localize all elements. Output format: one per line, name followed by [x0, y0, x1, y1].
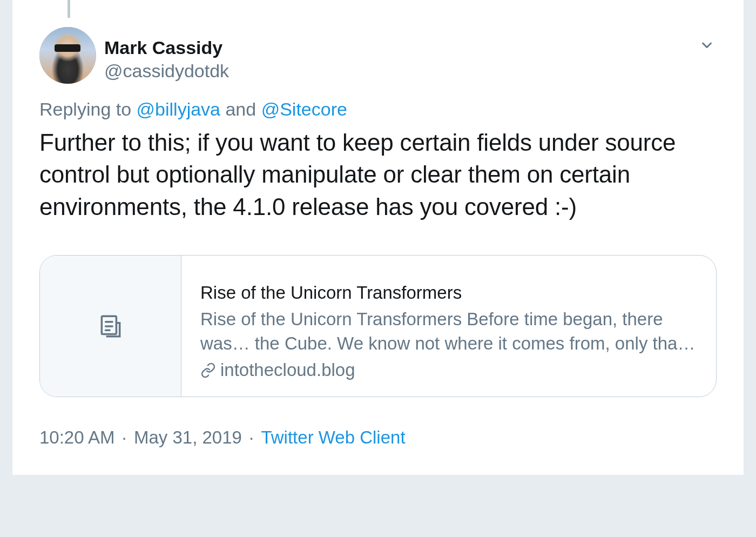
meta-separator: · [244, 427, 259, 447]
link-card-title: Rise of the Unicorn Transformers [200, 283, 697, 303]
avatar-image-detail [55, 44, 80, 52]
reply-context: Replying to @billyjava and @Sitecore [39, 99, 717, 120]
avatar[interactable] [39, 27, 96, 84]
avatar-image [39, 27, 96, 84]
tweet-card: Mark Cassidy @cassidydotdk Replying to @… [12, 0, 744, 475]
reply-mention[interactable]: @billyjava [137, 99, 220, 119]
reply-prefix: Replying to [39, 99, 137, 119]
reply-connector: and [220, 99, 261, 119]
link-preview-card[interactable]: Rise of the Unicorn Transformers Rise of… [39, 255, 717, 397]
document-icon [97, 313, 124, 340]
tweet-source[interactable]: Twitter Web Client [261, 427, 405, 447]
link-card-domain: intothecloud.blog [200, 360, 697, 380]
reply-mention[interactable]: @Sitecore [261, 99, 347, 119]
chevron-down-icon [697, 35, 717, 55]
svg-rect-0 [102, 316, 116, 334]
display-name[interactable]: Mark Cassidy [104, 37, 229, 59]
tweet-date[interactable]: May 31, 2019 [134, 427, 242, 447]
link-card-domain-text: intothecloud.blog [220, 360, 355, 380]
link-card-content: Rise of the Unicorn Transformers Rise of… [181, 256, 716, 397]
meta-separator: · [117, 427, 132, 447]
tweet-meta: 10:20 AM · May 31, 2019 · Twitter Web Cl… [39, 427, 717, 448]
link-card-thumbnail [40, 256, 181, 397]
username[interactable]: @cassidydotdk [104, 60, 229, 82]
tweet-text: Further to this; if you want to keep cer… [39, 126, 717, 223]
link-card-description: Rise of the Unicorn Transformers Before … [200, 307, 697, 355]
tweet-header: Mark Cassidy @cassidydotdk [39, 3, 717, 84]
more-options-button[interactable] [697, 35, 717, 57]
user-info: Mark Cassidy @cassidydotdk [104, 27, 229, 82]
link-icon [200, 363, 216, 378]
tweet-time[interactable]: 10:20 AM [39, 427, 114, 447]
